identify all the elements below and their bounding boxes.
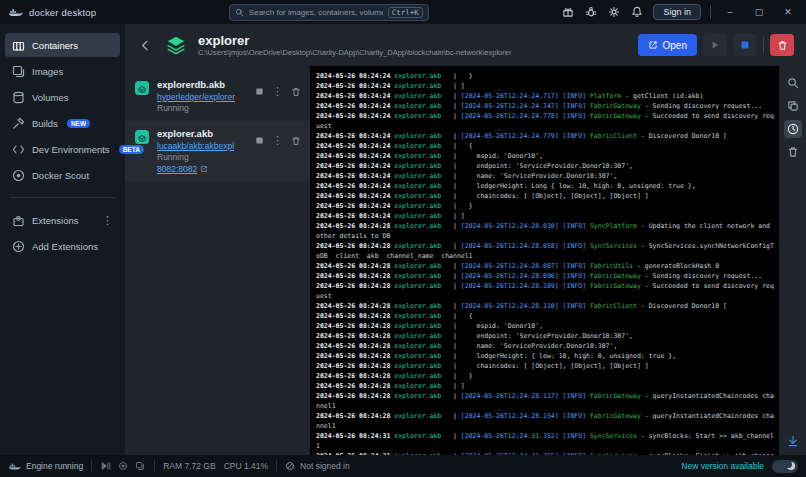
arrow-down-icon [787,435,799,447]
actions-divider [763,37,764,53]
log-line: 2024-05-26 08:24:28 explorer.akb | { [316,311,776,321]
titlebar-divider [710,5,711,19]
log-timestamps-button[interactable] [784,120,802,138]
compose-header: explorer C:\Users\jmjos\OneDrive\Desktop… [125,24,806,66]
running-container-icon [134,129,150,175]
scroll-to-bottom-button[interactable] [787,435,799,447]
start-button[interactable] [703,34,727,56]
status-bar: Engine running RAM 7.72 GB CPU 1.41% Not… [0,455,806,477]
log-line: 2024-05-26 08:24:28 explorer.akb | [2024… [316,221,776,241]
status-label: Running [157,152,248,163]
log-output: 2024-05-26 08:24:24 explorer.akb | }2024… [310,66,779,455]
port-link[interactable]: 8082:8082 [157,163,248,175]
log-line: 2024-05-26 08:24:28 explorer.akb | [2024… [316,391,776,411]
container-card-explorerdb[interactable]: explorerdb.akb hyperledger/explorer Runn… [125,72,310,121]
delete-container-button[interactable] [291,87,301,97]
whale-icon [8,7,23,18]
bug-icon[interactable] [584,5,598,19]
app-title: docker desktop [29,7,96,18]
log-line: 2024-05-26 08:24:28 explorer.akb | [2024… [316,241,776,261]
external-link-icon [200,165,208,173]
log-line: 2024-05-26 08:24:24 explorer.akb | ] [316,211,776,221]
search-input[interactable] [249,8,383,17]
search-shortcut: Ctrl+K [388,7,423,18]
sidebar-item-label: Add Extensions [32,241,98,252]
image-link[interactable]: lucaakb/akb:akbexpl [157,141,234,152]
sidebar-item-docker-scout[interactable]: Docker Scout [5,163,120,187]
statusbar-divider [91,460,92,472]
moon-icon [787,462,795,470]
sidebar-item-containers[interactable]: Containers [5,33,120,57]
play-icon [710,40,720,50]
trash-icon [787,146,799,158]
log-line: 2024-05-26 08:24:31 explorer.akb | [2024… [316,451,776,455]
log-line: 2024-05-26 08:24:24 explorer.akb | } [316,201,776,211]
sidebar-item-label: Builds [32,118,58,129]
sidebar-item-label: Containers [32,40,78,51]
container-card-explorer[interactable]: explorer.akb lucaakb/akb:akbexpl Running… [125,121,310,182]
builds-icon [12,117,25,130]
log-copy-button[interactable] [784,97,802,115]
kebab-menu-button[interactable]: ⋮ [272,87,283,96]
stop-button[interactable] [733,34,757,56]
sidebar-item-images[interactable]: Images [5,59,120,83]
log-search-button[interactable] [784,74,802,92]
stop-icon [740,40,750,50]
container-name: explorerdb.akb [157,79,248,91]
log-line: 2024-05-26 08:24:28 explorer.akb | ledge… [316,351,776,361]
container-list: explorerdb.akb hyperledger/explorer Runn… [125,66,310,455]
delete-button[interactable] [770,34,794,56]
log-clear-button[interactable] [784,143,802,161]
stop-container-button[interactable] [255,87,264,96]
delete-container-button[interactable] [291,136,301,146]
code-brackets-icon [12,143,25,156]
sidebar-divider [10,197,115,198]
sidebar-item-label: Docker Scout [32,170,89,181]
puzzle-icon [12,214,25,227]
record-dot-icon[interactable] [117,461,129,471]
sidebar-item-extensions[interactable]: Extensions ⋮ [5,208,120,232]
not-signed-in-status[interactable]: Not signed in [285,461,350,471]
new-badge: NEW [67,119,90,128]
log-line: 2024-05-26 08:24:28 explorer.akb | [2024… [316,271,776,281]
kebab-menu-button[interactable]: ⋮ [272,136,283,145]
log-line: 2024-05-26 08:24:24 explorer.akb | [2024… [316,101,776,111]
bell-icon[interactable] [630,5,644,19]
image-link[interactable]: hyperledger/explorer [157,92,235,103]
statusbar-divider [276,460,277,472]
play-pause-icon[interactable] [100,461,112,471]
update-available-link[interactable]: New version available [681,461,764,471]
gift-icon[interactable] [561,5,575,19]
titlebar: docker desktop Ctrl+K Sign in – ▢ ✕ [0,0,806,24]
maximize-button[interactable]: ▢ [749,7,769,17]
open-button[interactable]: Open [638,34,697,56]
search-icon [235,8,244,17]
sign-in-button[interactable]: Sign in [653,4,701,20]
close-button[interactable]: ✕ [778,7,798,17]
running-container-icon [134,80,150,114]
back-button[interactable] [137,37,154,54]
theme-toggle[interactable] [772,460,798,473]
sidebar-item-volumes[interactable]: Volumes [5,85,120,109]
minimize-button[interactable]: – [720,7,740,17]
stack-icon[interactable] [134,461,146,471]
extensions-kebab-icon[interactable]: ⋮ [102,214,113,227]
log-line: 2024-05-26 08:24:24 explorer.akb | ledge… [316,181,776,191]
log-line: 2024-05-26 08:24:24 explorer.akb | chain… [316,191,776,201]
log-line: 2024-05-26 08:24:28 explorer.akb | endpo… [316,331,776,341]
engine-status[interactable]: Engine running [8,461,83,471]
cpu-usage: CPU 1.41% [224,461,268,471]
sidebar: Containers Images Volumes Builds NEW Dev… [0,24,125,455]
log-line: 2024-05-26 08:24:28 explorer.akb | mspid… [316,321,776,331]
log-line: 2024-05-26 08:24:24 explorer.akb | name:… [316,171,776,181]
sidebar-item-add-extensions[interactable]: Add Extensions [5,234,120,258]
log-line: 2024-05-26 08:24:24 explorer.akb | endpo… [316,161,776,171]
sidebar-item-builds[interactable]: Builds NEW [5,111,120,135]
stop-container-button[interactable] [255,136,264,145]
status-label: Running [157,103,248,114]
project-path: C:\Users\jmjos\OneDrive\Desktop\Charity-… [198,48,511,57]
gear-icon[interactable] [607,5,621,19]
sidebar-item-label: Images [32,66,63,77]
search-bar[interactable]: Ctrl+K [229,4,429,21]
sidebar-item-dev-environments[interactable]: Dev Environments BETA [5,137,120,161]
